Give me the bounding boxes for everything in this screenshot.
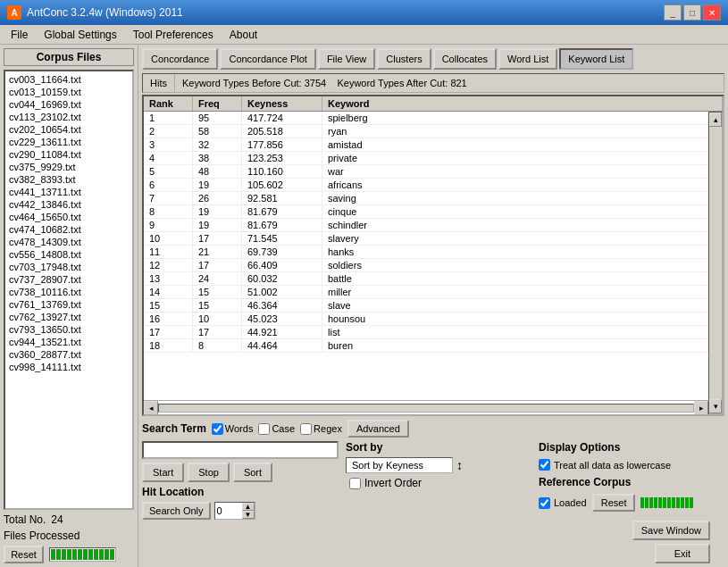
tab-collocates[interactable]: Collocates (433, 48, 497, 70)
table-row[interactable]: 1 95 417.724 spielberg (144, 112, 708, 125)
cell-keyword: amistad (322, 138, 708, 151)
file-item[interactable]: cv360_28877.txt (7, 348, 130, 361)
table-row[interactable]: 18 8 44.464 buren (144, 339, 708, 353)
file-item[interactable]: cv761_13769.txt (7, 298, 130, 311)
close-button[interactable]: ✕ (703, 4, 721, 21)
col-freq: Freq (193, 96, 242, 111)
cell-rank: 6 (144, 179, 193, 191)
vertical-scrollbar[interactable]: ▴ ▾ (708, 112, 723, 414)
file-item[interactable]: cv478_14309.txt (7, 236, 130, 248)
table-row[interactable]: 9 19 81.679 schindler (144, 219, 708, 232)
spin-up-button[interactable]: ▲ (242, 503, 255, 511)
stop-button[interactable]: Stop (188, 463, 230, 482)
file-item[interactable]: cv703_17948.txt (7, 261, 130, 273)
tab-file-view[interactable]: File View (318, 48, 375, 70)
tab-clusters[interactable]: Clusters (377, 48, 431, 70)
scroll-right-button[interactable]: ▸ (694, 401, 708, 415)
file-item[interactable]: cv944_13521.txt (7, 336, 130, 348)
regex-checkbox[interactable] (300, 423, 312, 435)
scroll-down-button[interactable]: ▾ (709, 399, 722, 413)
cell-keyness: 45.023 (242, 313, 322, 325)
ref-reset-button[interactable]: Reset (592, 494, 636, 512)
menu-file[interactable]: File (4, 27, 35, 43)
table-body[interactable]: 1 95 417.724 spielberg 2 58 205.518 ryan… (144, 112, 708, 400)
loaded-checkbox[interactable] (539, 497, 550, 509)
sort-by-keyness-select[interactable]: Sort by Keyness (346, 457, 453, 473)
cell-rank: 13 (144, 272, 193, 285)
table-row[interactable]: 10 17 71.545 slavery (144, 232, 708, 246)
menu-tool-preferences[interactable]: Tool Preferences (126, 27, 221, 43)
sort-by-label: Sort by (346, 441, 382, 454)
table-row[interactable]: 5 48 110.160 war (144, 165, 708, 179)
invert-order-checkbox[interactable] (349, 478, 361, 489)
minimize-button[interactable]: _ (664, 4, 682, 21)
file-item[interactable]: cv474_10682.txt (7, 223, 130, 236)
cell-freq: 32 (193, 138, 242, 151)
table-row[interactable]: 2 58 205.518 ryan (144, 125, 708, 138)
tab-concordance-plot[interactable]: Concordance Plot (220, 48, 315, 70)
table-row[interactable]: 4 38 123.253 private (144, 152, 708, 165)
cell-freq: 19 (193, 205, 242, 218)
table-row[interactable]: 17 17 44.921 list (144, 326, 708, 339)
lowercase-checkbox[interactable] (539, 459, 550, 471)
table-row[interactable]: 8 19 81.679 cinque (144, 205, 708, 219)
table-row[interactable]: 11 21 69.739 hanks (144, 246, 708, 259)
file-item[interactable]: cv375_9929.txt (7, 161, 130, 173)
case-checkbox[interactable] (258, 423, 270, 435)
save-window-button[interactable]: Save Window (632, 521, 710, 540)
file-item[interactable]: cv738_10116.txt (7, 286, 130, 298)
file-item[interactable]: cv003_11664.txt (7, 73, 130, 86)
table-row[interactable]: 7 26 92.581 saving (144, 192, 708, 205)
cell-rank: 10 (144, 232, 193, 245)
table-row[interactable]: 12 17 66.409 soldiers (144, 259, 708, 272)
table-row[interactable]: 16 10 45.023 hounsou (144, 313, 708, 326)
maximize-button[interactable]: □ (683, 4, 701, 21)
number-input-area[interactable]: ▲ ▼ (214, 502, 255, 520)
scroll-left-button[interactable]: ◂ (144, 401, 158, 415)
tab-keyword-list[interactable]: Keyword List (559, 48, 633, 70)
spinner-buttons[interactable]: ▲ ▼ (242, 503, 255, 519)
exit-button[interactable]: Exit (655, 544, 710, 563)
scroll-up-button[interactable]: ▴ (709, 113, 722, 127)
file-item[interactable]: cv290_11084.txt (7, 148, 130, 161)
file-item[interactable]: cv113_23102.txt (7, 111, 130, 123)
middle-controls: Sort by Sort by Keyness ↕ Invert Order (346, 441, 524, 563)
reset-button[interactable]: Reset (4, 546, 44, 563)
file-item[interactable]: cv762_13927.txt (7, 311, 130, 323)
table-row[interactable]: 15 15 46.364 slave (144, 299, 708, 313)
file-item[interactable]: cv229_13611.txt (7, 136, 130, 148)
cell-freq: 15 (193, 299, 242, 312)
file-list[interactable]: cv003_11664.txtcv013_10159.txtcv044_1696… (4, 70, 134, 510)
file-item[interactable]: cv998_14111.txt (7, 361, 130, 373)
file-item[interactable]: cv202_10654.txt (7, 123, 130, 136)
file-item[interactable]: cv044_16969.txt (7, 98, 130, 111)
table-row[interactable]: 14 15 51.002 miller (144, 286, 708, 299)
table-row[interactable]: 6 19 105.602 africans (144, 179, 708, 192)
horizontal-scrollbar[interactable]: ◂ ▸ (144, 400, 708, 414)
menu-global-settings[interactable]: Global Settings (37, 27, 123, 43)
file-item[interactable]: cv737_28907.txt (7, 273, 130, 286)
advanced-button[interactable]: Advanced (347, 420, 409, 438)
hit-location-input[interactable] (215, 504, 242, 517)
tab-concordance[interactable]: Concordance (142, 48, 218, 70)
tab-word-list[interactable]: Word List (498, 48, 557, 70)
scroll-track-vertical[interactable] (709, 127, 722, 399)
file-item[interactable]: cv464_15650.txt (7, 211, 130, 223)
file-item[interactable]: cv442_13846.txt (7, 198, 130, 211)
file-item[interactable]: cv382_8393.txt (7, 173, 130, 186)
file-item[interactable]: cv441_13711.txt (7, 186, 130, 198)
cell-keyword: list (322, 326, 708, 338)
sort-button[interactable]: Sort (233, 463, 272, 482)
search-only-button[interactable]: Search Only (142, 502, 211, 520)
scroll-track[interactable] (158, 404, 694, 413)
table-row[interactable]: 13 24 60.032 battle (144, 272, 708, 286)
spin-down-button[interactable]: ▼ (242, 511, 255, 519)
words-checkbox[interactable] (212, 423, 223, 435)
search-input[interactable] (142, 441, 339, 459)
file-item[interactable]: cv556_14808.txt (7, 248, 130, 261)
file-item[interactable]: cv793_13650.txt (7, 323, 130, 336)
start-button[interactable]: Start (142, 463, 184, 482)
file-item[interactable]: cv013_10159.txt (7, 86, 130, 98)
menu-about[interactable]: About (222, 27, 264, 43)
table-row[interactable]: 3 32 177.856 amistad (144, 138, 708, 152)
